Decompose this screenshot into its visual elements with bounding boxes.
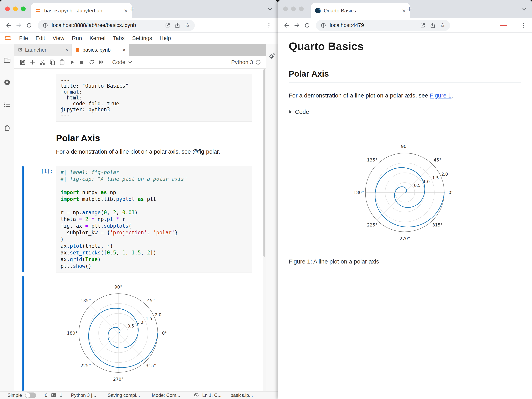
terminals-count[interactable]: 1: [60, 393, 62, 398]
browser-tab-quarto[interactable]: Quarto Basics ×: [311, 3, 410, 18]
new-tab-button[interactable]: +: [129, 4, 135, 14]
menu-item-edit[interactable]: Edit: [32, 35, 49, 41]
raw-cell-editor[interactable]: ---title: "Quarto Basics"format: html: c…: [56, 74, 252, 122]
back-icon[interactable]: [282, 20, 292, 31]
tab-search-chevron-icon[interactable]: [266, 7, 273, 12]
cell-type-dropdown[interactable]: Code: [112, 59, 133, 65]
notification-circle-x-icon[interactable]: [193, 392, 200, 399]
raw-cell[interactable]: ---title: "Quarto Basics"format: html: c…: [22, 74, 252, 122]
code-fold-disclosure[interactable]: Code: [289, 109, 521, 115]
bookmark-star-icon[interactable]: ☆: [184, 22, 191, 29]
open-in-new-icon[interactable]: [419, 22, 426, 29]
extensions-puzzle-icon[interactable]: [3, 123, 11, 132]
site-info-icon[interactable]: [320, 22, 327, 29]
doc-tab-launcher[interactable]: Launcher ×: [14, 44, 72, 56]
menu-item-run[interactable]: Run: [68, 35, 86, 41]
open-in-new-icon[interactable]: [164, 22, 171, 29]
file-browser-icon[interactable]: [3, 56, 12, 63]
svg-text:0°: 0°: [162, 331, 167, 336]
menu-item-view[interactable]: View: [49, 35, 68, 41]
doc-tab-notebook[interactable]: basics.ipynb ×: [72, 44, 129, 56]
code-line: import matplotlib.pyplot as plt: [61, 196, 248, 203]
site-info-icon[interactable]: [42, 22, 49, 29]
table-of-contents-icon[interactable]: [3, 101, 11, 108]
minimize-window-button[interactable]: [13, 6, 18, 11]
cell-collapser[interactable]: [22, 122, 24, 155]
save-icon[interactable]: [18, 58, 27, 67]
address-bar[interactable]: localhost:8888/lab/tree/basics.ipynb ☆: [38, 20, 195, 31]
page-title: Quarto Basics: [289, 40, 521, 53]
kernels-count[interactable]: 0: [45, 393, 47, 398]
close-window-button[interactable]: [5, 6, 10, 11]
cell-collapser[interactable]: [22, 74, 24, 121]
traffic-lights: [5, 6, 26, 11]
run-cell-icon[interactable]: [68, 58, 76, 67]
restart-run-all-icon[interactable]: [97, 58, 106, 67]
reload-icon[interactable]: [24, 20, 34, 31]
section-heading: Polar Axis: [289, 69, 521, 83]
doc-tab-close-icon[interactable]: ×: [122, 47, 126, 53]
scrollbar-thumb[interactable]: [263, 69, 266, 257]
kernel-indicator[interactable]: Python 3: [231, 59, 261, 65]
simple-mode-label: Simple: [7, 393, 22, 398]
jupyterlab-main: Launcher × basics.ipynb ×: [14, 44, 266, 392]
code-line: theta = 2 * np.pi * r: [61, 216, 248, 222]
restart-kernel-icon[interactable]: [87, 58, 96, 67]
command-mode-status: Mode: Com...: [152, 393, 180, 398]
menu-item-help[interactable]: Help: [156, 35, 175, 41]
jupyter-logo: [4, 34, 12, 43]
reload-icon[interactable]: [302, 20, 312, 31]
browser-menu-kebab-icon[interactable]: [518, 20, 528, 31]
raw-line: title: "Quarto Basics": [61, 83, 248, 89]
traffic-lights-inactive: [283, 6, 304, 11]
doc-tab-close-icon[interactable]: ×: [65, 47, 68, 53]
running-sessions-icon[interactable]: [3, 78, 11, 86]
tab-close-icon[interactable]: ×: [124, 7, 128, 14]
forward-icon[interactable]: [14, 20, 24, 31]
menu-item-settings[interactable]: Settings: [128, 35, 156, 41]
code-editor[interactable]: #| label: fig-polar#| fig-cap: "A line p…: [56, 166, 252, 273]
forward-icon[interactable]: [292, 20, 302, 31]
tab-close-icon[interactable]: ×: [402, 7, 406, 14]
share-icon[interactable]: [429, 22, 436, 29]
simple-mode-toggle[interactable]: [25, 393, 36, 398]
property-inspector-gear-icon[interactable]: [268, 52, 276, 392]
output-collapser[interactable]: [22, 276, 24, 391]
paste-cells-icon[interactable]: [58, 58, 66, 67]
markdown-cell[interactable]: Polar Axis For a demonstration of a line…: [22, 122, 252, 155]
notebook-scrollbar[interactable]: [263, 68, 266, 392]
figure-link[interactable]: Figure 1: [430, 92, 451, 99]
kernel-status-text[interactable]: Python 3 |...: [71, 393, 96, 398]
bookmark-star-icon[interactable]: ☆: [439, 22, 446, 29]
fullscreen-window-button[interactable]: [299, 6, 304, 11]
back-icon[interactable]: [4, 20, 14, 31]
document-tab-bar: Launcher × basics.ipynb ×: [14, 44, 266, 56]
menu-item-kernel[interactable]: Kernel: [86, 35, 109, 41]
minimize-window-button[interactable]: [291, 6, 296, 11]
code-cell[interactable]: [1]: #| label: fig-polar#| fig-cap: "A l…: [22, 166, 252, 273]
copy-cells-icon[interactable]: [48, 58, 57, 67]
menu-item-file[interactable]: File: [15, 35, 32, 41]
raw-line: ---: [61, 112, 248, 118]
paragraph-text: For a demonstration of a line plot on a …: [289, 92, 430, 99]
address-bar[interactable]: localhost:4479 ☆: [316, 20, 450, 31]
close-window-button[interactable]: [283, 6, 288, 11]
new-tab-button[interactable]: +: [407, 4, 412, 14]
browser-tab-jupyterlab[interactable]: basics.ipynb - JupyterLab ×: [31, 3, 132, 18]
tab-search-chevron-icon[interactable]: [521, 7, 528, 12]
browser-toolbar: localhost:8888/lab/tree/basics.ipynb ☆: [0, 18, 278, 33]
stop-kernel-icon[interactable]: [77, 58, 86, 67]
fullscreen-window-button[interactable]: [21, 6, 26, 11]
disclosure-caret-icon: [289, 110, 292, 114]
red-indicator: [500, 25, 507, 26]
svg-text:270°: 270°: [113, 377, 124, 382]
menu-item-tabs[interactable]: Tabs: [109, 35, 128, 41]
cursor-position[interactable]: Ln 1, C...: [202, 393, 222, 398]
add-cell-icon[interactable]: [28, 58, 37, 67]
cut-cells-icon[interactable]: [38, 58, 47, 67]
code-line: ): [61, 236, 248, 243]
cell-collapser[interactable]: [22, 166, 24, 272]
browser-menu-kebab-icon[interactable]: [264, 20, 274, 31]
terminal-icon[interactable]: [51, 392, 57, 398]
share-icon[interactable]: [174, 22, 181, 29]
